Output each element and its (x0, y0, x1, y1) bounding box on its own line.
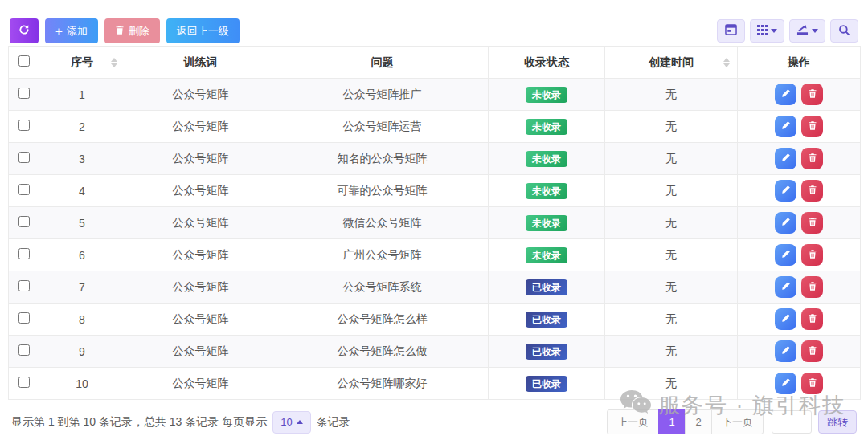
delete-row-button[interactable] (801, 84, 823, 105)
refresh-button[interactable] (10, 18, 39, 43)
row-checkbox[interactable] (18, 88, 30, 99)
pencil-icon (781, 313, 791, 325)
row-checkbox[interactable] (18, 344, 30, 356)
edit-button[interactable] (775, 244, 796, 266)
edit-button[interactable] (775, 212, 796, 234)
training-words-table: 序号 训练词 问题 收录状态 创建时间 操作 1 公众号矩阵 公众号矩阵推广 未… (8, 46, 861, 400)
row-number: 8 (39, 304, 125, 336)
select-all-cell (9, 47, 39, 79)
delete-row-button[interactable] (801, 373, 823, 394)
column-header-no[interactable]: 序号 (39, 47, 125, 79)
card-view-icon (725, 24, 737, 38)
status-badge: 未收录 (526, 151, 567, 167)
trash-icon (808, 217, 817, 230)
page-button-1[interactable]: 1 (658, 409, 686, 434)
add-button[interactable]: + 添加 (45, 18, 98, 43)
toolbar: + 添加 删除 返回上一级 (0, 0, 868, 46)
trash-icon (808, 313, 817, 326)
edit-button[interactable] (775, 84, 796, 105)
edit-button[interactable] (775, 276, 796, 298)
row-question: 公众号矩阵怎么做 (276, 336, 489, 368)
columns-grid-icon (757, 25, 768, 38)
table-row: 4 公众号矩阵 可靠的公众号矩阵 未收录 无 (9, 175, 861, 207)
search-icon (838, 24, 850, 39)
pencil-icon (781, 185, 791, 197)
delete-row-button[interactable] (801, 276, 823, 298)
delete-row-button[interactable] (801, 212, 823, 234)
row-number: 9 (39, 336, 125, 368)
edit-button[interactable] (775, 148, 796, 169)
delete-row-button[interactable] (801, 180, 823, 202)
prev-page-button[interactable]: 上一页 (607, 409, 659, 434)
status-badge: 未收录 (526, 183, 567, 199)
row-checkbox[interactable] (18, 216, 30, 227)
page-button-2[interactable]: 2 (685, 409, 712, 434)
row-training-word: 公众号矩阵 (125, 304, 276, 336)
next-page-button[interactable]: 下一页 (711, 409, 764, 434)
back-button[interactable]: 返回上一级 (166, 18, 240, 43)
edit-button[interactable] (775, 308, 796, 330)
row-actions (738, 212, 860, 234)
delete-row-button[interactable] (801, 116, 823, 137)
trash-icon (115, 25, 125, 38)
row-checkbox[interactable] (18, 377, 30, 388)
page-size-value: 10 (280, 416, 292, 428)
row-checkbox[interactable] (18, 312, 30, 324)
status-badge: 已收录 (526, 376, 567, 392)
row-question: 可靠的公众号矩阵 (276, 175, 489, 207)
select-all-checkbox[interactable] (18, 55, 30, 67)
row-created-time: 无 (605, 271, 738, 304)
edit-button[interactable] (775, 180, 796, 202)
status-badge: 未收录 (526, 247, 567, 263)
row-actions (738, 308, 860, 330)
trash-icon (808, 185, 817, 198)
pencil-icon (781, 153, 791, 165)
column-header-ops: 操作 (738, 47, 861, 79)
row-actions (738, 84, 860, 105)
row-training-word: 公众号矩阵 (125, 271, 276, 304)
row-created-time: 无 (605, 207, 738, 239)
card-view-toggle-button[interactable] (717, 19, 745, 43)
search-button[interactable] (830, 19, 858, 43)
pencil-icon (781, 345, 791, 357)
trash-icon (808, 153, 817, 165)
row-training-word: 公众号矩阵 (125, 175, 276, 207)
row-actions (738, 180, 860, 202)
page-size-dropdown[interactable]: 10 (272, 411, 310, 434)
edit-button[interactable] (775, 116, 796, 137)
row-checkbox[interactable] (18, 248, 30, 259)
row-question: 知名的公众号矩阵 (276, 143, 489, 175)
row-checkbox[interactable] (18, 184, 30, 195)
edit-button[interactable] (775, 340, 796, 362)
export-dropdown-button[interactable] (789, 19, 825, 43)
row-actions (738, 276, 860, 298)
back-button-label: 返回上一级 (177, 24, 229, 39)
row-created-time: 无 (605, 239, 738, 271)
row-question: 微信公众号矩阵 (276, 207, 489, 239)
column-header-created[interactable]: 创建时间 (605, 47, 738, 79)
row-number: 5 (39, 207, 125, 239)
delete-row-button[interactable] (801, 308, 823, 330)
trash-icon (808, 88, 817, 101)
delete-row-button[interactable] (801, 340, 823, 362)
row-training-word: 公众号矩阵 (125, 207, 276, 239)
row-number: 2 (39, 111, 125, 143)
status-badge: 已收录 (526, 312, 567, 328)
columns-dropdown-button[interactable] (750, 19, 784, 43)
table-row: 5 公众号矩阵 微信公众号矩阵 未收录 无 (9, 207, 861, 239)
table-row: 6 公众号矩阵 广州公众号矩阵 未收录 无 (9, 239, 861, 271)
pencil-icon (781, 120, 791, 132)
delete-row-button[interactable] (801, 244, 823, 266)
row-checkbox[interactable] (18, 280, 30, 291)
sort-icon (723, 58, 730, 67)
jump-button[interactable]: 跳转 (818, 410, 857, 434)
jump-page-input[interactable] (772, 410, 812, 434)
delete-row-button[interactable] (801, 148, 823, 169)
row-created-time: 无 (605, 368, 738, 400)
delete-button[interactable]: 删除 (104, 18, 160, 43)
row-checkbox[interactable] (18, 152, 30, 163)
row-training-word: 公众号矩阵 (125, 336, 276, 368)
edit-button[interactable] (775, 373, 796, 394)
table-row: 10 公众号矩阵 公众号矩阵哪家好 已收录 无 (9, 368, 861, 400)
row-checkbox[interactable] (18, 120, 30, 131)
